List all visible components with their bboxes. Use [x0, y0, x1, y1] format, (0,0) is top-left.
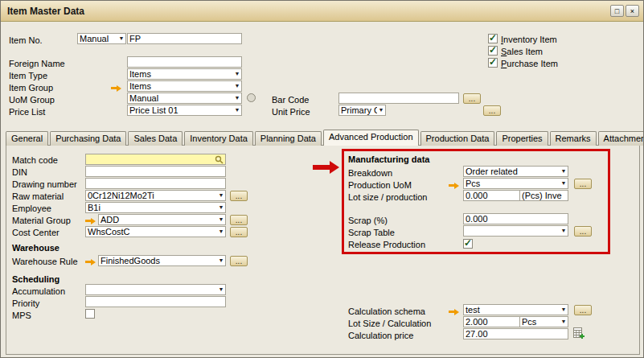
item-no-series-value: Manual — [78, 34, 117, 43]
unit-price-ellipsis-button[interactable]: ... — [483, 105, 501, 116]
scrap-table-combo[interactable]: ▼ — [463, 225, 568, 237]
calculator-icon[interactable] — [573, 327, 585, 339]
warehouse-rule-link-arrow-icon[interactable] — [85, 258, 96, 265]
mps-checkbox[interactable] — [85, 309, 95, 319]
raw-material-ellipsis-button[interactable]: ... — [230, 191, 248, 201]
unit-price-currency-value: Primary Curr — [339, 105, 377, 115]
close-icon[interactable]: × — [626, 5, 639, 17]
tab-planning-data[interactable]: Planning Data — [255, 131, 322, 146]
calculation-schema-ellipsis-button[interactable]: ... — [574, 305, 592, 315]
dropdown-arrow-icon: ▼ — [233, 81, 241, 91]
material-group-link-arrow-icon[interactable] — [85, 217, 96, 224]
manufacturing-section-label: Manufacturing data — [348, 154, 429, 165]
scheduling-section-label: Scheduling — [12, 274, 59, 285]
item-type-value: Items — [128, 69, 233, 79]
employee-combo[interactable]: B1i ▼ — [85, 202, 226, 213]
material-group-combo[interactable]: ADD ▼ — [98, 214, 226, 225]
calculation-price-input[interactable] — [463, 328, 568, 339]
warehouse-rule-combo[interactable]: FinishedGoods ▼ — [98, 255, 226, 266]
din-label: DIN — [12, 167, 27, 178]
tab-sales-data[interactable]: Sales Data — [128, 131, 183, 146]
drawing-number-label: Drawing number — [12, 179, 77, 190]
production-uom-link-arrow-icon[interactable] — [449, 182, 460, 189]
item-no-series-combo[interactable]: Manual ▼ — [77, 33, 126, 44]
uom-group-info-icon[interactable] — [247, 93, 256, 102]
raw-material-combo[interactable]: 0Cr12Ni12Mo2Ti ▼ — [85, 190, 226, 201]
unit-price-currency-combo[interactable]: Primary Curr ▼ — [338, 105, 386, 116]
warehouse-rule-value: FinishedGoods — [99, 256, 217, 265]
dropdown-arrow-icon: ▼ — [217, 191, 225, 200]
calculation-schema-link-arrow-icon[interactable] — [449, 308, 460, 315]
tab-purchasing-data[interactable]: Purchasing Data — [50, 131, 126, 146]
lot-size-calculation-input[interactable] — [463, 316, 520, 327]
item-group-link-arrow-icon[interactable] — [111, 84, 122, 92]
item-group-value: Items — [128, 81, 233, 91]
item-group-combo[interactable]: Items ▼ — [127, 80, 242, 92]
warehouse-rule-ellipsis-button[interactable]: ... — [230, 256, 248, 266]
dropdown-arrow-icon: ▼ — [560, 305, 568, 315]
item-no-input[interactable] — [127, 33, 242, 44]
foreign-name-label: Foreign Name — [9, 59, 65, 69]
warehouse-section-label: Warehouse — [12, 243, 59, 253]
cost-center-ellipsis-button[interactable]: ... — [230, 227, 248, 237]
warehouse-rule-label: Warehouse Rule — [12, 257, 78, 267]
calculation-schema-combo[interactable]: test ▼ — [463, 304, 568, 315]
calculation-schema-label: Calculation schema — [348, 307, 425, 317]
match-code-selector-icon[interactable] — [215, 155, 224, 164]
dropdown-arrow-icon: ▼ — [377, 105, 385, 115]
window-controls: □ × — [610, 5, 639, 17]
tab-production-data[interactable]: Production Data — [420, 131, 495, 146]
tab-remarks[interactable]: Remarks — [550, 131, 597, 146]
dropdown-arrow-icon: ▼ — [217, 227, 225, 237]
match-code-input[interactable] — [85, 154, 226, 165]
tab-properties[interactable]: Properties — [496, 131, 548, 146]
purchase-item-checkbox[interactable] — [488, 58, 498, 68]
bar-code-label: Bar Code — [272, 95, 309, 105]
foreign-name-input[interactable] — [127, 56, 242, 68]
lot-size-production-uom-note: (Pcs) Inve — [519, 190, 568, 201]
bar-code-input[interactable] — [338, 93, 459, 104]
mps-label: MPS — [12, 311, 31, 321]
uom-group-combo[interactable]: Manual ▼ — [127, 93, 242, 104]
price-list-combo[interactable]: Price List 01 ▼ — [127, 105, 242, 116]
lot-size-calculation-uom-combo[interactable]: Pcs ▼ — [519, 316, 568, 327]
dropdown-arrow-icon: ▼ — [233, 105, 241, 115]
sales-item-label: Sales Item — [501, 47, 543, 57]
tab-general[interactable]: General — [6, 131, 48, 146]
material-group-value: ADD — [99, 215, 217, 224]
tab-bar: General Purchasing Data Sales Data Inven… — [6, 130, 644, 146]
priority-input[interactable] — [85, 296, 226, 307]
drawing-number-input[interactable] — [85, 178, 226, 189]
raw-material-value: 0Cr12Ni12Mo2Ti — [86, 191, 217, 200]
item-type-label: Item Type — [9, 71, 47, 81]
release-production-checkbox[interactable] — [463, 239, 473, 249]
inventory-item-checkbox[interactable] — [488, 34, 498, 43]
tab-inventory-data[interactable]: Inventory Data — [184, 131, 253, 146]
production-uom-label: Production UoM — [348, 180, 412, 191]
cost-center-label: Cost Center — [12, 228, 59, 238]
sales-item-checkbox[interactable] — [488, 46, 498, 56]
production-uom-ellipsis-button[interactable]: ... — [574, 179, 592, 189]
title-bar[interactable]: Item Master Data □ × — [1, 1, 643, 22]
dropdown-arrow-icon: ▼ — [233, 69, 241, 79]
scrap-table-ellipsis-button[interactable]: ... — [574, 226, 592, 237]
bar-code-ellipsis-button[interactable]: ... — [463, 93, 481, 104]
cost-center-combo[interactable]: WhsCostC ▼ — [85, 226, 226, 237]
item-type-combo[interactable]: Items ▼ — [127, 68, 242, 80]
lot-size-calculation-uom-value: Pcs — [520, 317, 560, 327]
production-uom-combo[interactable]: Pcs ▼ — [463, 178, 568, 189]
employee-value: B1i — [86, 203, 217, 212]
din-input[interactable] — [85, 166, 226, 177]
material-group-ellipsis-button[interactable]: ... — [230, 215, 248, 225]
accumulation-combo[interactable]: ▼ — [85, 284, 226, 295]
breakdown-combo[interactable]: Order related ▼ — [463, 166, 568, 177]
tab-attachments[interactable]: Attachments — [598, 131, 644, 146]
restore-icon[interactable]: □ — [610, 5, 624, 17]
priority-label: Priority — [12, 298, 39, 309]
tab-advanced-production[interactable]: Advanced Production — [323, 130, 419, 146]
calculation-schema-value: test — [464, 305, 560, 315]
scrap-percent-input[interactable] — [463, 213, 568, 224]
uom-group-label: UoM Group — [9, 95, 55, 105]
lot-size-production-input[interactable] — [463, 190, 520, 201]
dropdown-arrow-icon: ▼ — [217, 203, 225, 212]
